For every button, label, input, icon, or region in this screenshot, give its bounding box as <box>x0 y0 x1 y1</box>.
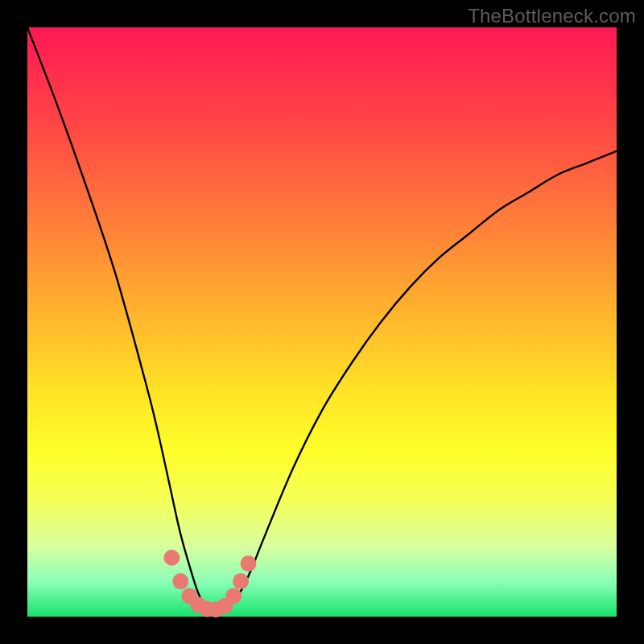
plot-area <box>27 27 617 617</box>
marker-dot <box>172 573 188 589</box>
marker-dot <box>225 588 242 604</box>
marker-dot <box>233 573 249 589</box>
highlighted-markers <box>163 550 256 617</box>
marker-dot <box>241 555 257 572</box>
chart-svg <box>27 27 617 617</box>
curve-path <box>27 27 617 611</box>
chart-frame: TheBottleneck.com <box>0 0 644 644</box>
bottleneck-curve <box>27 27 617 611</box>
marker-dot <box>163 550 180 566</box>
watermark-text: TheBottleneck.com <box>468 5 636 27</box>
